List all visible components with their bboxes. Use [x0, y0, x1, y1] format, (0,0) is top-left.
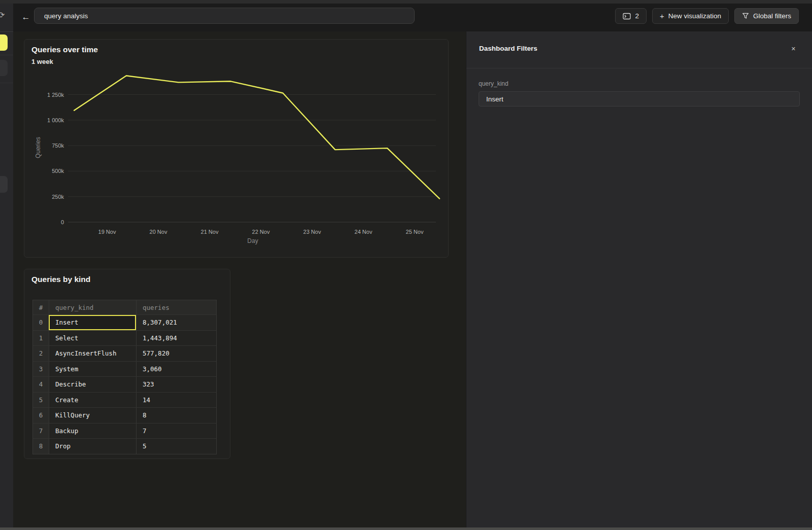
rail-item[interactable]: [0, 60, 8, 76]
table-title: Queries by kind: [31, 275, 90, 284]
dashboard-canvas: Queries over time 1 week 0250k500k750k1 …: [13, 31, 466, 530]
query-kind-filter-input[interactable]: [479, 91, 800, 107]
filter-field: query_kind: [466, 80, 812, 107]
sql-console-tabs-button[interactable]: 2: [615, 8, 647, 24]
row-index-cell: 4: [33, 377, 49, 392]
y-tick-label: 0: [61, 219, 64, 225]
new-visualization-button[interactable]: + New visualization: [652, 8, 729, 24]
row-index-cell: 0: [33, 315, 49, 330]
queries-count-cell[interactable]: 8,307,021: [136, 315, 216, 330]
table-header-row: #query_kindqueries: [33, 300, 216, 314]
x-tick-label: 22 Nov: [252, 229, 270, 235]
row-index-cell: 2: [33, 346, 49, 361]
queries-count-cell[interactable]: 323: [136, 377, 216, 392]
rail-divider: [0, 55, 13, 55]
y-tick-label: 250k: [52, 194, 64, 200]
y-tick-label: 750k: [52, 143, 64, 149]
y-axis-title: Queries: [35, 137, 42, 158]
queries-by-kind-card: Queries by kind #query_kindqueries0Inser…: [24, 269, 230, 459]
queries-by-kind-table: #query_kindqueries0Insert8,307,0211Selec…: [32, 300, 217, 454]
queries-count-cell[interactable]: 14: [136, 393, 216, 408]
tab-count: 2: [635, 12, 639, 20]
query-kind-cell[interactable]: Describe: [49, 377, 136, 392]
queries-count-cell[interactable]: 577,820: [136, 346, 216, 361]
table-row: 8Drop5: [33, 438, 216, 454]
query-kind-cell[interactable]: KillQuery: [49, 408, 136, 423]
table-row: 1Select1,443,894: [33, 330, 216, 346]
chart-title: Queries over time: [31, 45, 98, 54]
row-index-cell: 6: [33, 408, 49, 423]
x-tick-label: 23 Nov: [303, 229, 321, 235]
x-tick-label: 25 Nov: [406, 229, 424, 235]
queries-line-series: [74, 76, 439, 198]
left-rail: ⟳: [0, 4, 14, 530]
row-index-cell: 7: [33, 423, 49, 439]
x-axis-title: Day: [247, 237, 258, 244]
table-row: 2AsyncInsertFlush577,820: [33, 345, 216, 361]
column-header-index[interactable]: #: [33, 300, 49, 314]
dashboard-filters-panel: Dashboard Filters ✕ query_kind: [466, 31, 812, 530]
query-kind-cell[interactable]: Create: [49, 393, 136, 408]
topbar-actions: 2 + New visualization Global filters: [615, 8, 799, 24]
close-icon[interactable]: ✕: [789, 44, 798, 54]
query-kind-cell[interactable]: Insert: [49, 315, 136, 330]
row-index-cell: 1: [33, 331, 49, 346]
query-kind-cell[interactable]: Drop: [49, 439, 136, 454]
query-kind-cell[interactable]: Backup: [49, 423, 136, 439]
query-kind-cell[interactable]: System: [49, 362, 136, 377]
top-bar: ← 2 + New visualization Global filters: [13, 4, 812, 32]
row-index-cell: 5: [33, 393, 49, 408]
row-index-cell: 8: [33, 439, 49, 454]
rail-item[interactable]: [0, 176, 8, 193]
column-header-query_kind[interactable]: query_kind: [49, 300, 136, 314]
plus-icon: +: [660, 12, 664, 20]
console-icon: [623, 13, 631, 20]
refresh-icon[interactable]: ⟳: [0, 10, 5, 20]
y-tick-label: 500k: [52, 168, 64, 174]
bottom-edge: [0, 527, 812, 530]
query-kind-cell[interactable]: Select: [49, 331, 136, 346]
y-tick-label: 1 250k: [47, 92, 64, 98]
x-tick-label: 19 Nov: [98, 229, 116, 235]
queries-count-cell[interactable]: 7: [136, 423, 216, 439]
query-kind-cell[interactable]: AsyncInsertFlush: [49, 346, 136, 361]
row-index-cell: 3: [33, 362, 49, 377]
panel-header: Dashboard Filters ✕: [466, 31, 812, 68]
queries-count-cell[interactable]: 5: [136, 439, 216, 454]
table-row: 3System3,060: [33, 361, 216, 377]
rail-divider: [0, 83, 13, 83]
table-row: 7Backup7: [33, 423, 216, 439]
queries-over-time-card: Queries over time 1 week 0250k500k750k1 …: [24, 39, 449, 258]
rail-header: ⟳: [0, 4, 13, 32]
funnel-icon: [742, 13, 749, 19]
column-header-queries[interactable]: queries: [136, 300, 216, 314]
filter-field-label: query_kind: [479, 80, 800, 87]
table-row: 4Describe323: [33, 376, 216, 392]
queries-over-time-chart[interactable]: 0250k500k750k1 000k1 250k19 Nov20 Nov21 …: [31, 69, 445, 248]
new-visualization-label: New visualization: [668, 12, 721, 20]
back-arrow-icon[interactable]: ←: [19, 10, 32, 25]
queries-count-cell[interactable]: 3,060: [136, 362, 216, 377]
x-tick-label: 20 Nov: [150, 229, 167, 235]
x-tick-label: 24 Nov: [355, 229, 373, 235]
x-tick-label: 21 Nov: [201, 229, 219, 235]
chart-subtitle: 1 week: [31, 58, 53, 65]
queries-count-cell[interactable]: 8: [136, 408, 216, 423]
table-row: 5Create14: [33, 392, 216, 408]
table-row: 0Insert8,307,021: [33, 314, 216, 330]
global-filters-label: Global filters: [753, 12, 791, 20]
global-filters-button[interactable]: Global filters: [734, 8, 799, 24]
y-tick-label: 1 000k: [47, 117, 64, 123]
table-row: 6KillQuery8: [33, 407, 216, 423]
queries-count-cell[interactable]: 1,443,894: [136, 331, 216, 346]
rail-item-active[interactable]: [0, 34, 8, 51]
dashboard-title-input[interactable]: [34, 8, 415, 24]
panel-title: Dashboard Filters: [479, 45, 537, 52]
